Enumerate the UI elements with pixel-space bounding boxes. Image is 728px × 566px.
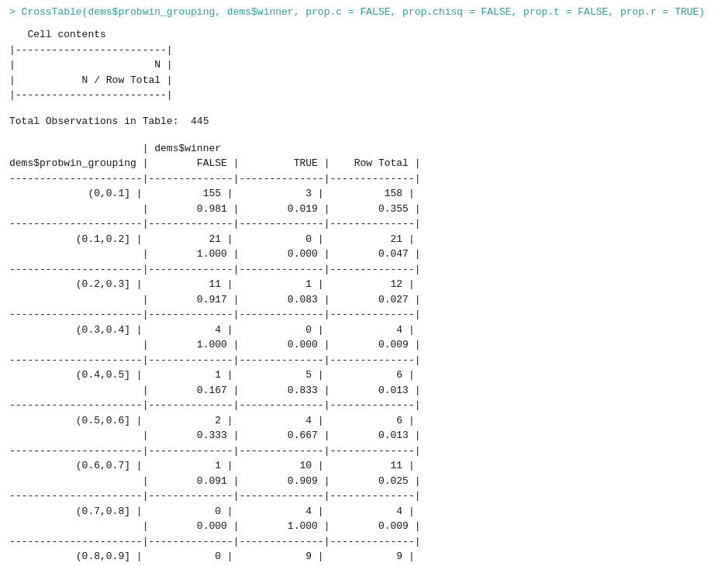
cell-contents-block: Cell contents |-------------------------… — [9, 27, 719, 103]
total-observations: Total Observations in Table: 445 — [9, 116, 719, 127]
command-line: > CrossTable(dems$probwin_grouping, dems… — [9, 6, 719, 18]
crosstable: | dems$winner dems$probwin_grouping | FA… — [9, 141, 719, 567]
